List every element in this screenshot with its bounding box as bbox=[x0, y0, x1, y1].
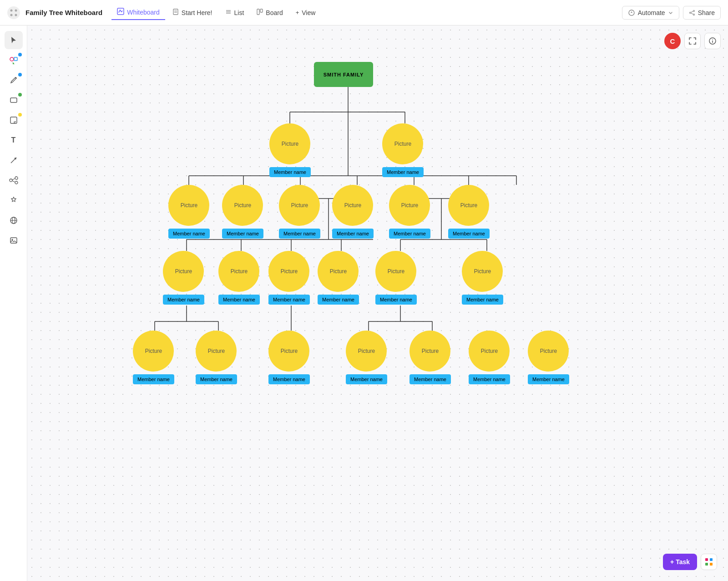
tab-list[interactable]: List bbox=[220, 6, 250, 19]
gen4-circle-6[interactable]: Picture bbox=[469, 331, 510, 372]
connections-tool[interactable] bbox=[5, 171, 23, 189]
user-avatar[interactable]: C bbox=[664, 33, 681, 49]
gen1-left-circle[interactable]: Picture bbox=[269, 123, 310, 164]
gen3-label-6[interactable]: Member name bbox=[462, 295, 503, 305]
gen3-circle-3[interactable]: Picture bbox=[268, 251, 309, 292]
svg-point-25 bbox=[10, 179, 12, 182]
share-button[interactable]: Share bbox=[683, 6, 721, 20]
gen3-node-3: Picture Member name bbox=[268, 251, 310, 305]
root-node[interactable]: SMITH FAMILY bbox=[314, 62, 373, 87]
gen4-node-4: Picture Member name bbox=[346, 331, 387, 384]
app-logo[interactable] bbox=[7, 6, 20, 19]
sticky-tool[interactable] bbox=[5, 111, 23, 129]
gen4-circle-2[interactable]: Picture bbox=[196, 331, 237, 372]
svg-point-2 bbox=[10, 14, 13, 16]
gen3-circle-4[interactable]: Picture bbox=[318, 251, 359, 292]
select-tool[interactable] bbox=[5, 31, 23, 49]
gen2-circle-2[interactable]: Picture bbox=[222, 185, 263, 226]
gen2-circle-5[interactable]: Picture bbox=[389, 185, 430, 226]
task-button[interactable]: + Task bbox=[663, 554, 697, 570]
svg-point-3 bbox=[15, 14, 17, 16]
gen4-circle-7[interactable]: Picture bbox=[528, 331, 569, 372]
page-title: Family Tree Whiteboard bbox=[25, 9, 102, 16]
gen3-node-5: Picture Member name bbox=[375, 251, 417, 305]
header-actions: Automate Share bbox=[622, 6, 721, 20]
gen2-node-6: Picture Member name bbox=[448, 185, 490, 239]
rectangle-tool[interactable] bbox=[5, 91, 23, 109]
svg-rect-75 bbox=[705, 563, 708, 566]
gen2-circle-4[interactable]: Picture bbox=[332, 185, 373, 226]
gen3-node-1: Picture Member name bbox=[163, 251, 204, 305]
gen1-right-label[interactable]: Member name bbox=[382, 167, 424, 177]
gen4-circle-5[interactable]: Picture bbox=[410, 331, 450, 372]
gen2-circle-6[interactable]: Picture bbox=[448, 185, 489, 226]
apps-grid-icon bbox=[704, 557, 713, 566]
svg-point-19 bbox=[10, 57, 14, 61]
automate-button[interactable]: Automate bbox=[622, 6, 679, 20]
tab-view[interactable]: + View bbox=[290, 6, 321, 19]
gen3-circle-2[interactable]: Picture bbox=[218, 251, 259, 292]
image-tool[interactable] bbox=[5, 231, 23, 250]
gen1-left-node: Picture Member name bbox=[269, 123, 311, 177]
gen4-label-6[interactable]: Member name bbox=[469, 374, 510, 384]
gen4-circle-1[interactable]: Picture bbox=[133, 331, 174, 372]
gen3-circle-1[interactable]: Picture bbox=[163, 251, 204, 292]
tab-board[interactable]: Board bbox=[251, 6, 288, 19]
gen2-node-4: Picture Member name bbox=[332, 185, 374, 239]
shape-tool[interactable] bbox=[5, 51, 23, 69]
gen3-label-5[interactable]: Member name bbox=[375, 295, 417, 305]
gen4-label-1[interactable]: Member name bbox=[133, 374, 174, 384]
tab-start-here[interactable]: Start Here! bbox=[167, 6, 218, 19]
gen1-right-circle[interactable]: Picture bbox=[382, 123, 423, 164]
gen2-label-6[interactable]: Member name bbox=[448, 229, 490, 239]
fit-to-screen-button[interactable] bbox=[684, 33, 701, 49]
gen4-node-3: Picture Member name bbox=[268, 331, 310, 384]
gen2-circle-3[interactable]: Picture bbox=[279, 185, 320, 226]
main-layout: T C bbox=[0, 25, 728, 581]
text-tool[interactable]: T bbox=[5, 131, 23, 149]
whiteboard-canvas[interactable]: C bbox=[27, 25, 728, 581]
svg-point-27 bbox=[15, 181, 18, 184]
svg-point-0 bbox=[10, 9, 13, 11]
tab-board-label: Board bbox=[266, 9, 283, 16]
gen4-label-7[interactable]: Member name bbox=[528, 374, 569, 384]
info-button[interactable] bbox=[704, 33, 721, 49]
smart-tool[interactable] bbox=[5, 191, 23, 209]
board-icon bbox=[257, 9, 263, 16]
gen4-label-5[interactable]: Member name bbox=[410, 374, 451, 384]
gen3-circle-5[interactable]: Picture bbox=[375, 251, 416, 292]
svg-rect-5 bbox=[173, 9, 178, 15]
gen3-label-1[interactable]: Member name bbox=[163, 295, 204, 305]
gen2-label-4[interactable]: Member name bbox=[332, 229, 374, 239]
plus-icon: + bbox=[296, 9, 299, 16]
gen4-circle-3[interactable]: Picture bbox=[268, 331, 309, 372]
gen3-node-2: Picture Member name bbox=[218, 251, 260, 305]
gen3-label-3[interactable]: Member name bbox=[268, 295, 310, 305]
gen4-label-4[interactable]: Member name bbox=[346, 374, 387, 384]
gen2-label-1[interactable]: Member name bbox=[168, 229, 210, 239]
gen4-node-2: Picture Member name bbox=[196, 331, 237, 384]
globe-tool[interactable] bbox=[5, 211, 23, 229]
gen1-left-label[interactable]: Member name bbox=[269, 167, 311, 177]
tab-whiteboard[interactable]: Whiteboard bbox=[111, 5, 165, 20]
gen4-circle-4[interactable]: Picture bbox=[346, 331, 387, 372]
gen2-node-5: Picture Member name bbox=[389, 185, 430, 239]
gen2-label-3[interactable]: Member name bbox=[279, 229, 320, 239]
list-icon bbox=[225, 9, 232, 16]
gen2-circle-1[interactable]: Picture bbox=[168, 185, 209, 226]
draw-tool[interactable] bbox=[5, 71, 23, 89]
gen4-label-3[interactable]: Member name bbox=[268, 374, 310, 384]
bottom-right-controls: + Task bbox=[663, 554, 717, 570]
gen3-label-4[interactable]: Member name bbox=[318, 295, 359, 305]
gen3-node-6: Picture Member name bbox=[462, 251, 503, 305]
gen2-label-2[interactable]: Member name bbox=[222, 229, 263, 239]
gen1-right-node: Picture Member name bbox=[382, 123, 424, 177]
gen2-label-5[interactable]: Member name bbox=[389, 229, 430, 239]
gen4-label-2[interactable]: Member name bbox=[196, 374, 237, 384]
gen3-label-2[interactable]: Member name bbox=[218, 295, 260, 305]
document-icon bbox=[172, 9, 179, 16]
gen3-circle-6[interactable]: Picture bbox=[462, 251, 503, 292]
apps-button[interactable] bbox=[701, 554, 717, 570]
gen4-node-6: Picture Member name bbox=[469, 331, 510, 384]
arrow-tool[interactable] bbox=[5, 151, 23, 169]
